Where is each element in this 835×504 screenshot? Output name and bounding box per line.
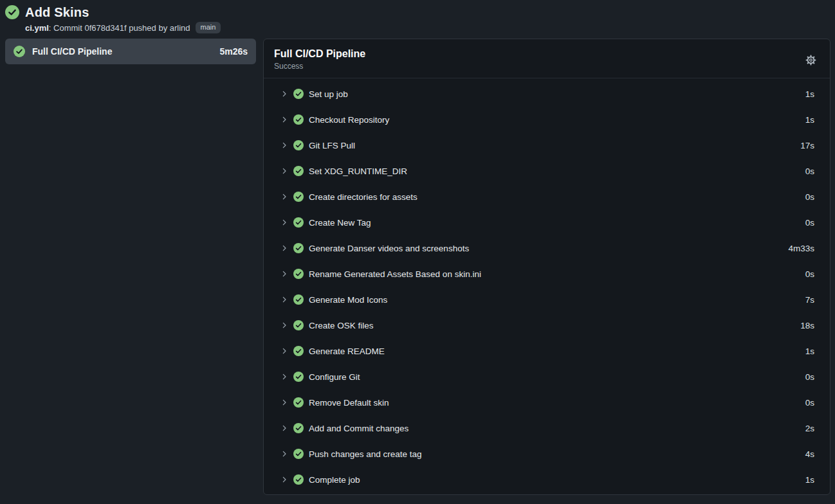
chevron-right-icon xyxy=(280,296,288,303)
commit-text: : Commit 0f678d341f pushed by arlind xyxy=(49,23,190,33)
step-success-check-icon xyxy=(293,294,304,305)
run-success-check-icon xyxy=(5,5,19,19)
step-duration: 0s xyxy=(805,269,814,279)
step-row[interactable]: Configure Git 0s xyxy=(264,364,830,390)
step-name: Remove Default skin xyxy=(309,398,389,408)
step-row[interactable]: Generate Mod Icons 7s xyxy=(264,287,830,312)
step-duration: 0s xyxy=(805,218,814,228)
step-duration: 1s xyxy=(805,475,814,485)
step-row[interactable]: Remove Default skin 0s xyxy=(264,390,830,415)
step-row[interactable]: Push changes and create tag 4s xyxy=(264,441,830,467)
step-name: Generate README xyxy=(309,346,385,356)
step-success-check-icon xyxy=(293,397,304,408)
step-row[interactable]: Add and Commit changes 2s xyxy=(264,415,830,441)
chevron-right-icon xyxy=(280,373,288,381)
step-row[interactable]: Checkout Repository 1s xyxy=(264,107,830,132)
step-name: Push changes and create tag xyxy=(309,449,422,459)
gear-icon xyxy=(805,54,817,66)
chevron-right-icon xyxy=(280,141,288,149)
workflow-file-name: ci.yml xyxy=(25,23,49,33)
chevron-right-icon xyxy=(280,167,288,175)
step-success-check-icon xyxy=(293,372,304,382)
step-duration: 17s xyxy=(800,141,814,150)
step-success-check-icon xyxy=(293,346,304,356)
log-settings-button[interactable] xyxy=(802,51,820,69)
jobs-list: Full CI/CD Pipeline 5m26s xyxy=(5,39,256,64)
step-duration: 4m33s xyxy=(788,244,814,253)
step-name: Create directories for assets xyxy=(309,192,418,202)
step-name: Set XDG_RUNTIME_DIR xyxy=(309,166,407,176)
chevron-right-icon xyxy=(280,270,288,278)
chevron-right-icon xyxy=(280,244,288,252)
step-success-check-icon xyxy=(293,474,304,485)
step-row[interactable]: Complete job 1s xyxy=(264,467,830,492)
step-row[interactable]: Set up job 1s xyxy=(264,81,830,107)
branch-badge: main xyxy=(196,22,221,33)
workflow-run-header: Add Skins ci.yml: Commit 0f678d341f push… xyxy=(0,0,835,39)
step-duration: 1s xyxy=(805,346,814,356)
chevron-right-icon xyxy=(280,219,288,226)
step-name: Create New Tag xyxy=(309,218,371,228)
step-duration: 7s xyxy=(805,295,814,305)
step-success-check-icon xyxy=(293,320,304,330)
step-name: Rename Generated Assets Based on skin.in… xyxy=(309,269,481,279)
job-label: Full CI/CD Pipeline xyxy=(32,46,112,57)
run-title: Add Skins xyxy=(25,5,89,20)
job-log-panel: Full CI/CD Pipeline Success xyxy=(263,39,830,495)
step-success-check-icon xyxy=(293,269,304,279)
step-row[interactable]: Generate README 1s xyxy=(264,338,830,364)
step-duration: 1s xyxy=(805,115,814,125)
chevron-right-icon xyxy=(280,193,288,201)
step-row[interactable]: Create directories for assets 0s xyxy=(264,184,830,210)
step-success-check-icon xyxy=(293,140,304,150)
job-duration: 5m26s xyxy=(219,46,248,57)
chevron-right-icon xyxy=(280,476,288,483)
step-success-check-icon xyxy=(293,217,304,228)
step-row[interactable]: Set XDG_RUNTIME_DIR 0s xyxy=(264,158,830,184)
chevron-right-icon xyxy=(280,347,288,355)
step-success-check-icon xyxy=(293,114,304,125)
job-status-text: Success xyxy=(274,62,365,71)
step-duration: 4s xyxy=(805,449,814,459)
step-name: Git LFS Pull xyxy=(309,141,355,150)
step-duration: 2s xyxy=(805,424,814,433)
sidebar-job-item[interactable]: Full CI/CD Pipeline 5m26s xyxy=(5,39,256,64)
job-log-header: Full CI/CD Pipeline Success xyxy=(264,39,830,78)
steps-list: Set up job 1s Checkout Repository 1s xyxy=(264,78,830,492)
step-row[interactable]: Git LFS Pull 17s xyxy=(264,132,830,158)
step-success-check-icon xyxy=(293,192,304,202)
step-success-check-icon xyxy=(293,449,304,459)
step-row[interactable]: Rename Generated Assets Based on skin.in… xyxy=(264,261,830,287)
step-name: Generate Danser videos and screenshots xyxy=(309,244,469,253)
step-name: Add and Commit changes xyxy=(309,424,408,433)
step-name: Generate Mod Icons xyxy=(309,295,387,305)
step-success-check-icon xyxy=(293,166,304,176)
step-duration: 0s xyxy=(805,192,814,202)
chevron-right-icon xyxy=(280,321,288,329)
jobs-sidebar: Full CI/CD Pipeline 5m26s xyxy=(0,39,257,64)
step-row[interactable]: Create OSK files 18s xyxy=(264,312,830,338)
chevron-right-icon xyxy=(280,424,288,432)
step-duration: 1s xyxy=(805,89,814,99)
chevron-right-icon xyxy=(280,450,288,458)
chevron-right-icon xyxy=(280,90,288,98)
step-row[interactable]: Create New Tag 0s xyxy=(264,210,830,235)
job-success-check-icon xyxy=(14,46,25,57)
step-name: Set up job xyxy=(309,89,348,99)
step-name: Configure Git xyxy=(309,372,360,382)
step-success-check-icon xyxy=(293,243,304,253)
step-duration: 0s xyxy=(805,372,814,382)
step-row[interactable]: Generate Danser videos and screenshots 4… xyxy=(264,235,830,261)
step-name: Checkout Repository xyxy=(309,115,389,125)
step-duration: 18s xyxy=(800,321,814,330)
step-duration: 0s xyxy=(805,166,814,176)
step-name: Create OSK files xyxy=(309,321,374,330)
chevron-right-icon xyxy=(280,116,288,123)
step-duration: 0s xyxy=(805,398,814,408)
run-subtitle: ci.yml: Commit 0f678d341f pushed by arli… xyxy=(25,22,830,33)
step-success-check-icon xyxy=(293,423,304,433)
step-success-check-icon xyxy=(293,89,304,99)
step-name: Complete job xyxy=(309,475,360,485)
job-log-title: Full CI/CD Pipeline xyxy=(274,48,365,60)
chevron-right-icon xyxy=(280,399,288,406)
